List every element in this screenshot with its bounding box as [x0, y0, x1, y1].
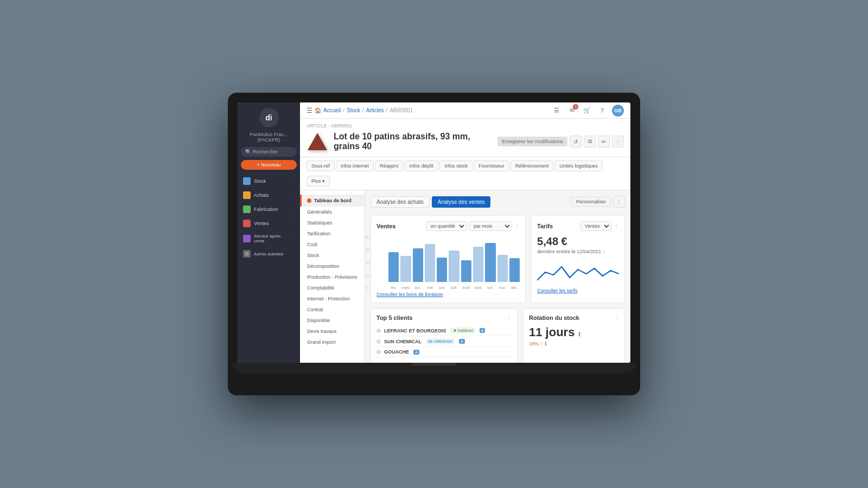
new-button[interactable]: + Nouveau — [241, 160, 297, 170]
breadcrumb-articles[interactable]: Articles — [366, 107, 384, 113]
rotation-title: Rotation du stock — [529, 314, 579, 321]
tab-infos-depot[interactable]: Infos dépôt — [405, 160, 439, 171]
chart-bar[interactable] — [425, 244, 435, 282]
search-button[interactable]: 🔍 Rechercher — [241, 147, 297, 157]
nav-generalites[interactable]: Généralités — [300, 207, 365, 217]
user-avatar[interactable]: GB — [612, 105, 624, 117]
list-icon[interactable]: ☰ — [551, 105, 562, 116]
breadcrumb-stock[interactable]: Stock — [347, 107, 360, 113]
nav-comptabilite[interactable]: Comptabilité — [300, 282, 365, 293]
chart-bar-label: juill. — [449, 286, 459, 290]
tab-analyse-ventes[interactable]: Analyse des ventes — [432, 196, 491, 208]
tab-group: Analyse des achats Analyse des ventes — [371, 196, 490, 208]
sidebar-item-autres[interactable]: ⊞ Autres activités — [238, 247, 300, 261]
dashboard-link[interactable]: Tableau de bord — [300, 195, 365, 207]
info-icon[interactable]: ℹ — [578, 331, 580, 337]
nav-disponible[interactable]: Disponible — [300, 315, 365, 326]
nav-grand-import[interactable]: Grand import — [300, 337, 365, 348]
nav-production[interactable]: Production - Prévisions — [300, 272, 365, 282]
undo-button[interactable]: ↺ — [570, 136, 582, 147]
chart-bar-label: nov. — [497, 286, 508, 290]
chart-bar[interactable] — [413, 248, 423, 282]
cart-icon[interactable]: 🛒 — [582, 105, 592, 116]
client-item-3: GOUACHE A — [376, 347, 512, 357]
article-image — [307, 131, 328, 152]
rotation-menu[interactable]: ⋮ — [614, 315, 619, 321]
main-content: ☰ 🏠 Accueil / Stock / Articles / ABR0001… — [300, 102, 630, 363]
chevron-icon: ‹ — [293, 207, 295, 212]
client-name-2: SUN CHEMICAL — [384, 339, 422, 344]
home-icon: 🏠 — [315, 107, 321, 113]
tarifs-link[interactable]: Consulter les tarifs — [537, 288, 619, 293]
nav-tarification[interactable]: Tarification — [300, 228, 365, 239]
nav-stock[interactable]: Stock — [300, 250, 365, 261]
left-panel: Tableau de bord Généralités Statistiques… — [300, 190, 365, 363]
tab-infos-stock[interactable]: Infos stock — [439, 160, 473, 171]
more-options-button[interactable]: ⋮ — [613, 196, 625, 208]
chart-bar[interactable] — [449, 251, 459, 282]
tab-infos-internet[interactable]: Infos internet — [336, 160, 374, 171]
nav-devis[interactable]: Devis travaux — [300, 326, 365, 337]
quantity-select[interactable]: en quantité en valeur — [426, 221, 467, 231]
chart-bar[interactable] — [437, 258, 447, 282]
ventes-title: Ventes — [376, 223, 395, 229]
message-icon[interactable]: ✉ 3 — [566, 105, 577, 116]
tarifs-type-select[interactable]: Ventes Achats — [580, 221, 611, 231]
sidebar-label-stock: Stock — [254, 178, 266, 184]
livraison-link[interactable]: Consulter les bons de livraison — [376, 292, 520, 297]
nav-contrat[interactable]: Contrat — [300, 304, 365, 315]
top5-menu[interactable]: ⋮ — [506, 315, 512, 321]
tab-analyse-achats[interactable]: Analyse des achats — [371, 196, 430, 208]
tab-fournisseur[interactable]: Fournisseur — [474, 160, 509, 171]
stat-info-icon[interactable]: ℹ — [545, 341, 547, 346]
top5-header: Top 5 clients ⋮ — [376, 314, 512, 321]
nav-cout[interactable]: Coût — [300, 239, 365, 250]
ventes-menu[interactable]: ⋮ — [514, 223, 520, 229]
sidebar-item-ventes[interactable]: Ventes ‹ — [238, 216, 300, 230]
chart-bar[interactable] — [509, 258, 520, 282]
chart-bar[interactable] — [400, 256, 411, 282]
chart-bar[interactable] — [461, 260, 471, 282]
tarifs-menu[interactable]: ⋮ — [614, 223, 619, 229]
tab-referencement[interactable]: Référencement — [510, 160, 554, 171]
personnaliser-button[interactable]: Personnaliser — [571, 197, 611, 207]
sidebar-item-stock[interactable]: Stock ‹ — [238, 174, 300, 188]
chart-bar[interactable] — [473, 247, 483, 282]
stat-up: 18% ↑ — [529, 341, 542, 346]
more-button[interactable]: ⋮ — [612, 136, 624, 147]
article-header: ARTICLE - ABR0001 Lot de 10 patins abras… — [300, 119, 630, 157]
chart-bar[interactable] — [388, 252, 399, 282]
client-dot — [376, 329, 381, 333]
menu-icon[interactable]: ☰ — [307, 107, 312, 114]
top5-title: Top 5 clients — [376, 314, 412, 321]
laptop-frame: di Packindus Fran... (PACKFR) 🔍 Recherch… — [228, 93, 640, 395]
tarif-price: 5,48 € — [537, 235, 619, 248]
edit-button[interactable]: ✏ — [598, 136, 610, 147]
sidebar-item-fabrication[interactable]: Fabrication ‹ — [238, 202, 300, 216]
breadcrumb-accueil[interactable]: Accueil — [323, 107, 341, 113]
tab-sous-ref[interactable]: Sous-ref — [307, 160, 335, 171]
sidebar-item-sav[interactable]: Service après-vente ‹ — [238, 230, 300, 247]
article-id: ARTICLE - ABR0001 — [307, 123, 624, 129]
ventes-icon — [243, 220, 251, 227]
ventes-chart-wrapper: 80 60 40 20 0 fév.marsavr.maijuinjuill.a… — [376, 235, 520, 290]
help-icon[interactable]: ? — [597, 105, 608, 116]
top5-clients-card: Top 5 clients ⋮ LEFRANC ET BOURGEOIS ★ h… — [371, 309, 518, 363]
sidebar-item-achats[interactable]: Achats ‹ — [238, 188, 300, 202]
save-button[interactable]: Enregistrer les modifications — [497, 137, 567, 146]
tab-reappro[interactable]: Réappro — [375, 160, 404, 171]
copy-button[interactable]: ⧉ — [584, 136, 596, 147]
chart-bar-label: sept. — [473, 286, 483, 290]
nav-internet[interactable]: Internet - Protection — [300, 293, 365, 304]
period-select[interactable]: par mois par semaine — [469, 221, 512, 231]
client-name-3: GOUACHE — [384, 349, 409, 355]
content-area: Analyse des achats Analyse des ventes Pe… — [365, 190, 630, 363]
tab-plus[interactable]: Plus ▾ — [307, 176, 330, 187]
tarifs-controls: Ventes Achats ⋮ — [580, 221, 619, 231]
client-name-1: LEFRANC ET BOURGEOIS — [384, 328, 446, 333]
nav-decomposition[interactable]: Décomposition — [300, 261, 365, 272]
nav-statistiques[interactable]: Statistiques — [300, 217, 365, 228]
tab-unites-logistiques[interactable]: Unités logistiques — [554, 160, 603, 171]
chart-bar[interactable] — [485, 243, 495, 282]
chart-bar[interactable] — [497, 255, 508, 282]
